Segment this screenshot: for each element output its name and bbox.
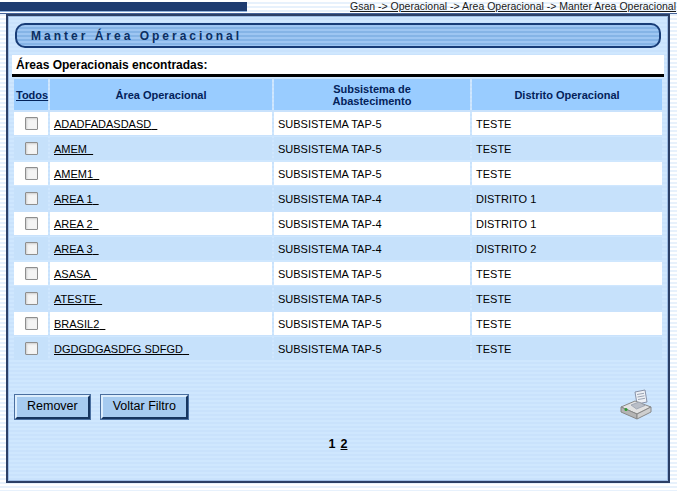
area-link[interactable]: AREA 3 (54, 243, 99, 255)
area-link[interactable]: AMEM (54, 143, 93, 155)
row-checkbox[interactable] (25, 242, 38, 255)
column-header-distrito: Distrito Operacional (472, 79, 662, 110)
page-link[interactable]: 2 (341, 437, 348, 451)
table-body: ADADFADASDASD SUBSISTEMA TAP-5 TESTE AME… (14, 112, 662, 360)
cell-distrito: TESTE (472, 262, 662, 285)
pagination: 12 (12, 437, 664, 451)
area-cell: ADADFADASDASD (50, 112, 272, 135)
title-bar: Manter Área Operacional (15, 23, 661, 48)
table-row: ADADFADASDASD SUBSISTEMA TAP-5 TESTE (14, 112, 662, 135)
checkbox-cell (14, 212, 48, 235)
cell-distrito: TESTE (472, 112, 662, 135)
column-header-area: Área Operacional (50, 79, 272, 110)
page-links: 2 (336, 437, 348, 451)
topbar-navy-strip (0, 2, 247, 12)
table-row: AMEM1 SUBSISTEMA TAP-5 TESTE (14, 162, 662, 185)
area-cell: AMEM1 (50, 162, 272, 185)
cell-distrito: TESTE (472, 337, 662, 360)
cell-distrito: TESTE (472, 287, 662, 310)
row-checkbox[interactable] (25, 142, 38, 155)
cell-distrito: DISTRITO 1 (472, 212, 662, 235)
section-label: Áreas Operacionais encontradas: (12, 55, 664, 74)
page-title: Manter Área Operacional (31, 29, 242, 43)
select-all-link[interactable]: Todos (16, 89, 48, 101)
cell-subsistema: SUBSISTEMA TAP-5 (274, 262, 470, 285)
cell-subsistema: SUBSISTEMA TAP-5 (274, 312, 470, 335)
row-checkbox[interactable] (25, 117, 38, 130)
cell-subsistema: SUBSISTEMA TAP-4 (274, 212, 470, 235)
voltar-filtro-button[interactable]: Voltar Filtro (101, 395, 188, 419)
checkbox-cell (14, 162, 48, 185)
printer-icon (619, 389, 653, 421)
top-breadcrumb-bar: Gsan -> Operacional -> Area Operacional … (0, 0, 677, 14)
table-row: ASASA SUBSISTEMA TAP-5 TESTE (14, 262, 662, 285)
results-table: Todos Área Operacional Subsistema de Aba… (12, 77, 664, 362)
checkbox-cell (14, 137, 48, 160)
column-header-todos: Todos (14, 79, 48, 110)
area-link[interactable]: ADADFADASDASD (54, 118, 157, 130)
cell-subsistema: SUBSISTEMA TAP-5 (274, 162, 470, 185)
row-checkbox[interactable] (25, 267, 38, 280)
cell-distrito: TESTE (472, 312, 662, 335)
row-checkbox[interactable] (25, 217, 38, 230)
area-link[interactable]: AREA 1 (54, 193, 99, 205)
table-row: BRASIL2 SUBSISTEMA TAP-5 TESTE (14, 312, 662, 335)
area-cell: AMEM (50, 137, 272, 160)
cell-subsistema: SUBSISTEMA TAP-5 (274, 337, 470, 360)
cell-subsistema: SUBSISTEMA TAP-5 (274, 137, 470, 160)
cell-subsistema: SUBSISTEMA TAP-5 (274, 112, 470, 135)
area-cell: ASASA (50, 262, 272, 285)
area-link[interactable]: AMEM1 (54, 168, 99, 180)
table-row: ATESTE SUBSISTEMA TAP-5 TESTE (14, 287, 662, 310)
cell-distrito: TESTE (472, 137, 662, 160)
row-checkbox[interactable] (25, 292, 38, 305)
area-cell: DGDGDGASDFG SDFGD (50, 337, 272, 360)
table-row: DGDGDGASDFG SDFGD SUBSISTEMA TAP-5 TESTE (14, 337, 662, 360)
area-cell: ATESTE (50, 287, 272, 310)
checkbox-cell (14, 287, 48, 310)
table-row: AREA 1 SUBSISTEMA TAP-4 DISTRITO 1 (14, 187, 662, 210)
area-link[interactable]: DGDGDGASDFG SDFGD (54, 343, 189, 355)
remover-button[interactable]: Remover (15, 395, 90, 419)
table-row: AREA 3 SUBSISTEMA TAP-4 DISTRITO 2 (14, 237, 662, 260)
button-group: Remover Voltar Filtro (15, 395, 188, 419)
area-link[interactable]: AREA 2 (54, 218, 99, 230)
area-link[interactable]: BRASIL2 (54, 318, 105, 330)
cell-distrito: DISTRITO 1 (472, 187, 662, 210)
table-header-row: Todos Área Operacional Subsistema de Aba… (14, 79, 662, 110)
area-cell: AREA 3 (50, 237, 272, 260)
cell-distrito: TESTE (472, 162, 662, 185)
checkbox-cell (14, 312, 48, 335)
actions-bar: Remover Voltar Filtro (15, 395, 661, 425)
cell-subsistema: SUBSISTEMA TAP-4 (274, 237, 470, 260)
area-cell: AREA 2 (50, 212, 272, 235)
row-checkbox[interactable] (25, 342, 38, 355)
main-panel: Manter Área Operacional Áreas Operaciona… (6, 14, 670, 483)
table-row: AMEM SUBSISTEMA TAP-5 TESTE (14, 137, 662, 160)
checkbox-cell (14, 112, 48, 135)
area-cell: BRASIL2 (50, 312, 272, 335)
table-row: AREA 2 SUBSISTEMA TAP-4 DISTRITO 1 (14, 212, 662, 235)
row-checkbox[interactable] (25, 317, 38, 330)
checkbox-cell (14, 187, 48, 210)
current-page: 1 (329, 437, 336, 451)
area-link[interactable]: ATESTE (54, 293, 102, 305)
cell-subsistema: SUBSISTEMA TAP-5 (274, 287, 470, 310)
area-link[interactable]: ASASA (54, 268, 97, 280)
breadcrumb[interactable]: Gsan -> Operacional -> Area Operacional … (350, 0, 676, 12)
print-button[interactable] (619, 389, 653, 425)
checkbox-cell (14, 237, 48, 260)
checkbox-cell (14, 262, 48, 285)
checkbox-cell (14, 337, 48, 360)
area-cell: AREA 1 (50, 187, 272, 210)
cell-subsistema: SUBSISTEMA TAP-4 (274, 187, 470, 210)
column-header-subsistema: Subsistema de Abastecimento (274, 79, 470, 110)
cell-distrito: DISTRITO 2 (472, 237, 662, 260)
row-checkbox[interactable] (25, 192, 38, 205)
row-checkbox[interactable] (25, 167, 38, 180)
